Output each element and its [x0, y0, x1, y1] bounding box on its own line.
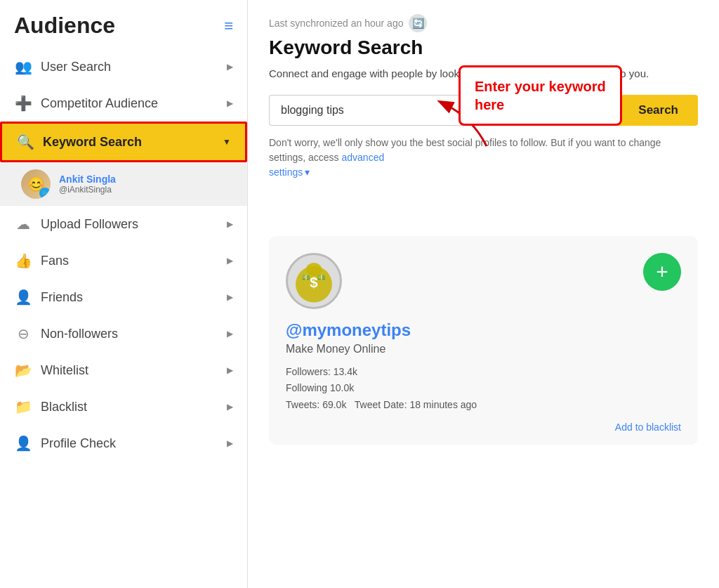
upload-icon: ☁ — [14, 216, 32, 233]
sidebar-title: Audience — [14, 13, 115, 39]
svg-text:💵: 💵 — [317, 273, 326, 282]
advanced-link[interactable]: advanced — [342, 152, 385, 163]
thumbsup-icon: 👍 — [14, 252, 32, 269]
settings-link[interactable]: settings ▾ — [269, 165, 310, 180]
followers-count: Followers: 13.4k — [286, 364, 681, 381]
sidebar-item-label: Non-followers — [41, 327, 218, 341]
twitter-badge-icon: 🐦 — [39, 188, 51, 199]
card-top: $ 💵 💵 + — [286, 253, 681, 309]
sidebar-item-label: User Search — [41, 60, 218, 74]
profile-username[interactable]: @mymoneytips — [286, 320, 681, 340]
add-to-list-button[interactable]: + — [643, 253, 681, 291]
hamburger-menu-icon[interactable]: ≡ — [224, 17, 233, 35]
sidebar-item-label: Profile Check — [41, 436, 218, 451]
person-icon: 👤 — [14, 289, 32, 306]
search-icon: 🔍 — [16, 133, 34, 150]
account-name: Ankit Singla — [59, 174, 116, 185]
sidebar-item-upload-followers[interactable]: ☁ Upload Followers ▶ — [0, 206, 247, 242]
sync-text: Last synchronized an hour ago — [269, 18, 403, 29]
profile-stats: Followers: 13.4k Following 10.0k Tweets:… — [286, 364, 681, 414]
sidebar: Audience ≡ 👥 User Search ▶ ➕ Competitor … — [0, 0, 248, 588]
chevron-right-icon: ▶ — [227, 256, 233, 266]
sidebar-item-label: Competitor Audience — [41, 96, 218, 111]
sidebar-item-whitelist[interactable]: 📂 Whitelist ▶ — [0, 352, 247, 388]
folder-open-icon: 📂 — [14, 362, 32, 379]
avatar: 😊 🐦 — [21, 169, 51, 199]
callout-box: Enter your keywordhere — [459, 65, 622, 126]
callout-container: Don't worry, we'll only show you the bes… — [269, 136, 698, 180]
sidebar-nav: 👥 User Search ▶ ➕ Competitor Audience ▶ … — [0, 48, 247, 588]
sidebar-item-label: Fans — [41, 254, 218, 268]
account-info: Ankit Singla @iAnkitSingla — [59, 174, 116, 195]
tweets-info: Tweets: 69.0k Tweet Date: 18 minutes ago — [286, 397, 681, 414]
chevron-right-icon: ▶ — [227, 219, 233, 229]
chevron-down-icon: ▾ — [305, 165, 310, 180]
chevron-right-icon: ▶ — [227, 292, 233, 302]
users-icon: 👥 — [14, 58, 32, 75]
chevron-right-icon: ▶ — [227, 365, 233, 375]
sync-row: Last synchronized an hour ago 🔄 — [269, 14, 698, 32]
sidebar-item-non-followers[interactable]: ⊖ Non-followers ▶ — [0, 315, 247, 352]
chevron-right-icon: ▶ — [227, 98, 233, 108]
sidebar-item-profile-check[interactable]: 👤 Profile Check ▶ — [0, 425, 247, 462]
sidebar-item-blacklist[interactable]: 📁 Blacklist ▶ — [0, 388, 247, 425]
chevron-right-icon: ▶ — [227, 62, 233, 72]
sidebar-item-keyword-search[interactable]: 🔍 Keyword Search ▼ — [0, 122, 247, 162]
sidebar-item-label: Whitelist — [41, 363, 218, 378]
folder-icon: 📁 — [14, 398, 32, 415]
sidebar-item-label: Keyword Search — [43, 135, 214, 150]
account-row[interactable]: 😊 🐦 Ankit Singla @iAnkitSingla — [0, 162, 247, 206]
search-button[interactable]: Search — [619, 95, 698, 126]
profile-avatar: $ 💵 💵 — [286, 253, 342, 309]
main-content: Last synchronized an hour ago 🔄 Keyword … — [248, 0, 719, 588]
chevron-right-icon: ▶ — [227, 402, 233, 412]
sidebar-item-label: Blacklist — [41, 400, 218, 414]
sidebar-header: Audience ≡ — [0, 0, 247, 48]
sidebar-item-fans[interactable]: 👍 Fans ▶ — [0, 242, 247, 279]
chevron-right-icon: ▶ — [227, 329, 233, 339]
profile-card: $ 💵 💵 + @mymoneytips Make Money Online F… — [269, 236, 698, 445]
refresh-icon[interactable]: 🔄 — [409, 14, 427, 32]
sidebar-item-label: Friends — [41, 290, 218, 305]
svg-text:💵: 💵 — [302, 273, 310, 282]
profile-icon: 👤 — [14, 435, 32, 452]
sidebar-item-label: Upload Followers — [41, 217, 218, 232]
add-to-blacklist-link[interactable]: Add to blacklist — [615, 422, 681, 433]
account-handle: @iAnkitSingla — [59, 185, 116, 195]
sidebar-item-competitor-audience[interactable]: ➕ Competitor Audience ▶ — [0, 85, 247, 122]
sidebar-item-user-search[interactable]: 👥 User Search ▶ — [0, 48, 247, 85]
card-footer: Add to blacklist — [286, 421, 681, 433]
sidebar-item-friends[interactable]: 👤 Friends ▶ — [0, 279, 247, 315]
minus-circle-icon: ⊖ — [14, 325, 32, 342]
profile-bio: Make Money Online — [286, 343, 681, 355]
chevron-down-icon: ▼ — [223, 137, 231, 147]
page-title: Keyword Search — [269, 37, 698, 59]
plus-circle-icon: ➕ — [14, 95, 32, 112]
following-count: Following 10.0k — [286, 380, 681, 397]
chevron-right-icon: ▶ — [227, 438, 233, 448]
